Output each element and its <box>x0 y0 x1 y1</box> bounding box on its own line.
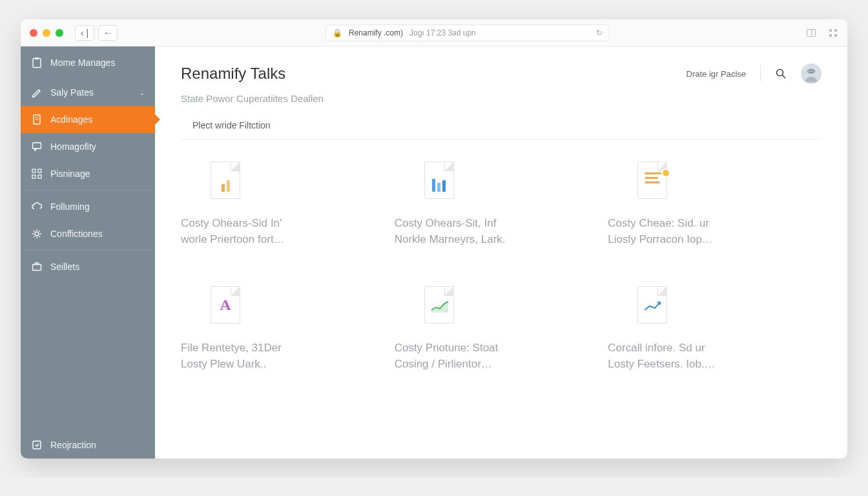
traffic-lights <box>30 29 63 37</box>
doc-card[interactable]: A File Rentetye, 31DerLosty Plew Uark.. <box>181 286 369 372</box>
box-icon <box>31 439 43 451</box>
svg-rect-0 <box>807 29 816 36</box>
sidebar-item-conffictiones[interactable]: Conffictiones <box>21 220 155 247</box>
sidebar-header[interactable]: Mome Manages <box>21 46 155 79</box>
sidebar-header-label: Mome Manages <box>50 57 115 68</box>
sidebar-item-label: Folluming <box>50 202 90 212</box>
back-button[interactable]: ‹ | <box>75 25 94 41</box>
svg-rect-3 <box>834 29 837 32</box>
lock-icon: 🔒 <box>333 28 342 37</box>
page-title: Renamify Talks <box>181 65 285 83</box>
window-maximize-button[interactable] <box>56 29 63 37</box>
sidebar-separator <box>21 190 155 191</box>
doc-bars-orange-icon <box>211 161 240 199</box>
svg-line-20 <box>783 76 786 79</box>
svg-rect-12 <box>32 169 36 172</box>
doc-letter-a-icon: A <box>211 286 240 324</box>
document-icon <box>31 114 43 125</box>
page-subtitle: State Powor Cuperatiites Deallen <box>181 93 822 104</box>
sidebar: Mome Manages Saly Pates ⌄ Acdinages <box>21 46 155 459</box>
titlebar: ‹ | ← 🔒 Renamify .com) Jogı 17:23 3ad up… <box>21 19 847 46</box>
sidebar-item-label: Seillets <box>50 262 79 272</box>
titlebar-right <box>806 28 838 38</box>
cloud-icon <box>31 201 43 212</box>
svg-rect-18 <box>33 441 41 449</box>
sidebar-item-saly-pates[interactable]: Saly Pates ⌄ <box>21 79 155 106</box>
card-title: Corcall infore. Sd urLosty Feetsers. Iob… <box>608 340 776 372</box>
card-title: Costy Ohears-Sid In'worle Priertoon fort… <box>181 216 349 247</box>
svg-rect-11 <box>33 143 41 149</box>
doc-card[interactable]: Costy Ohears-Sit, InfNorkle Marneyrs, La… <box>395 161 583 247</box>
svg-rect-6 <box>33 59 41 68</box>
filter-row: Plect wride Filtction <box>181 113 822 140</box>
window-close-button[interactable] <box>30 29 37 37</box>
nav-buttons: ‹ | ← <box>75 25 118 41</box>
address-domain: Renamify .com) <box>349 28 403 37</box>
sidebar-item-label: Pisninage <box>50 169 90 179</box>
svg-rect-14 <box>32 175 36 178</box>
window-minimize-button[interactable] <box>43 29 50 37</box>
svg-rect-7 <box>35 57 39 59</box>
doc-card[interactable]: Costy Ohears-Sid In'worle Priertoon fort… <box>181 161 369 247</box>
cards-grid: Costy Ohears-Sid In'worle Priertoon fort… <box>181 161 822 373</box>
sidebar-item-pisninage[interactable]: Pisninage <box>21 160 155 187</box>
sidebar-footer-reojraction[interactable]: Reojraction <box>21 431 155 459</box>
doc-bars-blue-icon <box>424 161 454 199</box>
sidebar-footer-label: Reojraction <box>50 440 96 450</box>
sidebar-item-acdinages[interactable]: Acdinages <box>21 106 155 133</box>
doc-card[interactable]: Corcall infore. Sd urLosty Feetsers. Iob… <box>608 286 796 372</box>
doc-card[interactable]: Costy Cheae: Sid. urLiosly Porracon Iop… <box>608 161 796 247</box>
card-title: Costy Priotune: StoatCosing / Pirlientor… <box>395 340 563 372</box>
svg-rect-17 <box>33 265 41 271</box>
avatar[interactable] <box>801 63 822 84</box>
address-bar[interactable]: 🔒 Renamify .com) Jogı 17:23 3ad upn ↻ <box>326 25 610 41</box>
sidebar-item-label: Saly Pates <box>50 87 94 98</box>
doc-trend-blue-icon <box>637 286 667 324</box>
address-timestamp: Jogı 17:23 3ad upn <box>409 28 476 37</box>
app-window: ‹ | ← 🔒 Renamify .com) Jogı 17:23 3ad up… <box>21 19 847 459</box>
refresh-icon[interactable]: ↻ <box>596 28 603 37</box>
pen-icon <box>31 87 43 98</box>
grid-icon[interactable] <box>828 28 838 38</box>
sidebar-item-label: Acdinages <box>50 114 92 125</box>
grid-icon <box>31 168 43 180</box>
doc-trend-green-icon <box>424 286 454 324</box>
forward-button[interactable]: ← <box>98 25 118 41</box>
search-icon[interactable] <box>775 68 787 79</box>
filter-label[interactable]: Plect wride Filtction <box>192 120 271 130</box>
svg-rect-2 <box>829 29 832 32</box>
main-content: Renamify Talks Drate igr Paclse State Po… <box>155 46 847 459</box>
card-title: Costy Cheae: Sid. urLiosly Porracon Iop… <box>608 216 776 247</box>
panel-icon[interactable] <box>806 28 816 38</box>
svg-rect-15 <box>38 175 41 178</box>
sidebar-item-seillets[interactable]: Seillets <box>21 253 155 280</box>
svg-rect-13 <box>38 169 41 172</box>
gear-icon <box>31 228 43 240</box>
svg-point-19 <box>777 70 783 76</box>
doc-lines-badge-icon <box>637 161 667 199</box>
clipboard-icon <box>31 57 43 68</box>
svg-rect-5 <box>834 34 837 37</box>
chevron-down-icon: ⌄ <box>140 89 145 96</box>
header-link[interactable]: Drate igr Paclse <box>687 69 746 79</box>
doc-card[interactable]: Costy Priotune: StoatCosing / Pirlientor… <box>395 286 583 372</box>
card-title: Costy Ohears-Sit, InfNorkle Marneyrs, La… <box>395 216 563 247</box>
sidebar-item-homagofity[interactable]: Homagofity <box>21 133 155 160</box>
header-separator <box>760 66 761 81</box>
card-title: File Rentetye, 31DerLosty Plew Uark.. <box>181 340 349 372</box>
svg-point-16 <box>35 232 39 236</box>
sidebar-item-folluming[interactable]: Folluming <box>21 193 155 220</box>
svg-rect-4 <box>829 34 832 37</box>
sidebar-item-label: Conffictiones <box>50 229 103 239</box>
svg-point-22 <box>808 68 814 74</box>
sidebar-item-label: Homagofity <box>50 141 96 152</box>
chat-icon <box>31 141 43 152</box>
briefcase-icon <box>31 261 43 273</box>
sidebar-separator <box>21 250 155 251</box>
